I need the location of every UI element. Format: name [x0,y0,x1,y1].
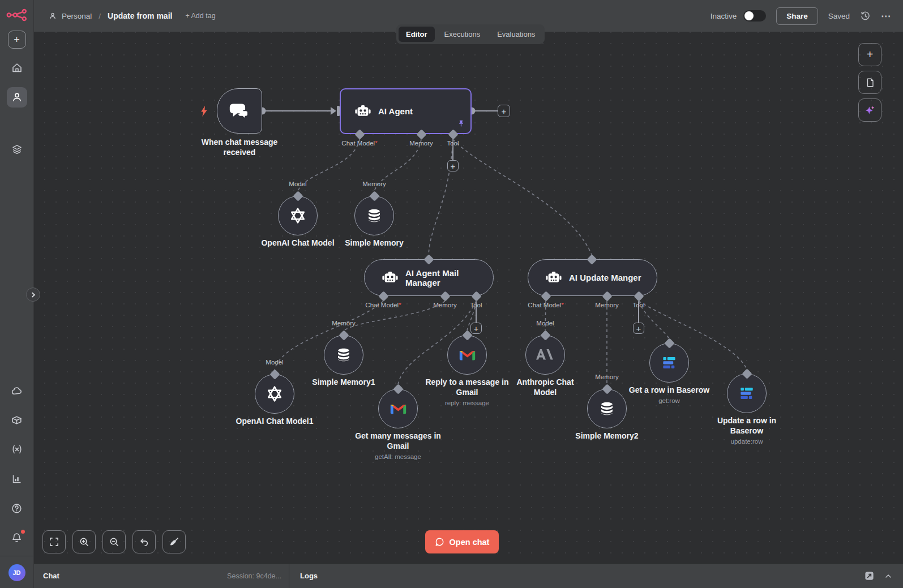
open-chat-button[interactable]: Open chat [425,530,499,553]
node-title: Simple Memory1 [296,377,392,387]
node-title: Anthropic Chat Model [507,377,584,397]
openai-icon [288,206,307,225]
node-anthropic[interactable] [525,335,565,375]
panel-divider [289,564,289,588]
sidebar-item-layers[interactable] [7,139,27,160]
chat-icon [229,102,250,120]
active-toggle[interactable] [743,10,766,22]
view-tabs: Editor Executions Evaluations [396,24,545,44]
tab-evaluations[interactable]: Evaluations [490,27,542,42]
avatar[interactable]: JD [8,564,25,581]
chat-bubble-icon [435,537,444,547]
notification-dot [21,530,25,534]
node-title: Get a row in Baserow [609,385,730,395]
node-label: Simple Memory [329,238,420,248]
node-get-many-gmail[interactable] [378,389,418,428]
sidebar-item-templates[interactable] [7,410,27,430]
node-title: Simple Memory2 [559,431,655,441]
node-title: AI Agent Mail Manager [405,268,493,287]
node-chat-trigger[interactable] [217,88,262,134]
node-update-row-baserow[interactable] [727,374,767,413]
node-operation: reply: message [418,399,517,407]
port-label: Memory [595,302,619,308]
add-connected-node-button[interactable]: + [447,160,459,171]
workflow-status-label: Inactive [711,12,737,20]
sidebar-item-cloud[interactable] [7,380,27,401]
tab-executions[interactable]: Executions [437,27,488,42]
saved-status: Saved [828,12,850,20]
node-mail-manager[interactable]: AI Agent Mail Manager [364,259,494,296]
port-label: Chat Model* [528,302,563,308]
required-asterisk: * [375,140,377,147]
panel-collapse-button[interactable] [26,287,40,302]
port-label: Tool [447,140,459,147]
node-reply-gmail[interactable] [447,335,487,375]
port-label: Tool [470,302,482,308]
node-label: Simple Memory2 [559,431,655,441]
node-openai-1[interactable] [278,196,318,235]
sidebar-item-insights[interactable] [7,469,27,489]
port-type-label: Model [289,181,306,187]
database-icon [335,346,352,363]
node-label: Get a row in Baserowget:row [609,385,730,405]
history-icon[interactable] [860,11,871,22]
add-tag-button[interactable]: + Add tag [185,12,215,20]
node-label: Anthropic Chat Model [507,377,584,397]
node-operation: update:row [704,437,789,446]
trigger-bolt-icon [200,106,208,119]
more-options-button[interactable]: ⋯ [881,10,892,22]
node-update-manger[interactable]: AI Update Manger [528,259,657,296]
node-operation: getAll: message [349,453,448,461]
node-simple-memory1[interactable] [324,335,363,375]
add-connected-node-button[interactable]: + [633,323,644,334]
add-connected-node-button[interactable]: + [498,105,510,117]
zoom-in-button[interactable] [72,530,96,553]
sidebar-item-home[interactable] [7,58,27,78]
node-operation: get:row [609,397,730,405]
fit-view-button[interactable] [42,530,66,553]
node-get-row-baserow[interactable] [649,343,689,383]
sidebar-item-notifications[interactable] [7,527,27,548]
add-connected-node-button[interactable]: + [470,323,482,334]
share-button[interactable]: Share [776,7,818,25]
sidebar-item-variables[interactable] [7,439,27,460]
node-title: AI Update Manger [569,273,641,282]
popout-panel-button[interactable] [864,570,875,581]
port-type-label: Model [266,359,283,366]
ai-assistant-button[interactable] [858,98,881,122]
project-user-icon [49,12,57,20]
logs-panel-tab[interactable]: Logs [300,572,318,580]
node-label: Update a row in Baserowupdate:row [704,415,789,446]
sidebar-item-help[interactable] [7,498,27,518]
node-openai-2[interactable] [255,374,294,414]
workflow-canvas[interactable]: Open chat When chat message receivedAI A… [34,32,903,563]
bottom-panel-bar: Chat Session: 9c4de... Logs [34,563,903,588]
port-label: Memory [433,302,457,308]
add-sticky-note-button[interactable] [858,71,881,94]
zoom-out-button[interactable] [102,530,126,553]
expand-panel-button[interactable] [884,572,893,581]
n8n-logo[interactable] [6,8,28,24]
canvas-side-tools: + [858,43,881,122]
sidebar-item-personal[interactable] [7,87,27,108]
port-label: Tool [632,302,644,308]
port-type-label: Model [536,320,554,327]
add-node-button[interactable]: + [858,43,881,66]
node-simple-memory[interactable] [354,196,394,235]
breadcrumb-project[interactable]: Personal [62,12,92,20]
node-title: OpenAI Chat Model1 [217,416,333,426]
port-type-label: Memory [362,181,386,187]
anthropic-icon [536,349,555,361]
node-title: AI Agent [378,106,413,116]
add-workflow-button[interactable]: + [8,31,26,49]
port-type-label: Memory [332,320,356,327]
undo-button[interactable] [132,530,156,553]
node-ai-agent[interactable]: AI Agent [340,88,472,134]
openai-icon [265,384,284,404]
tab-editor[interactable]: Editor [399,27,435,42]
robot-icon [545,271,562,284]
workflow-title[interactable]: Update from mail [108,11,172,20]
node-title: Reply to a message in Gmail [418,377,517,397]
breadcrumb-separator: / [99,12,101,20]
tidy-up-button[interactable] [162,530,186,553]
